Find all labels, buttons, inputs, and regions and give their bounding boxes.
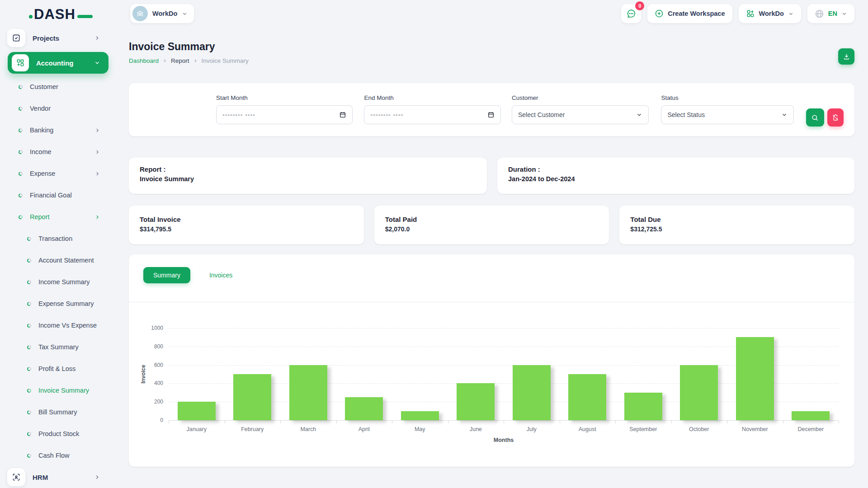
bullet-icon (18, 171, 24, 176)
reset-filter-button[interactable] (827, 108, 844, 127)
total-invoice-value: $314,795.5 (140, 225, 353, 233)
workspace-name: WorkDo (152, 10, 177, 17)
chevron-right-icon (94, 35, 100, 41)
chevron-down-icon (788, 11, 794, 17)
notifications-button[interactable]: 0 (621, 4, 641, 23)
workspace-selector[interactable]: WorkDo (130, 4, 194, 23)
sidebar-item-expense[interactable]: Expense (0, 163, 118, 184)
sidebar-item-customer[interactable]: Customer (0, 76, 118, 98)
search-icon (811, 114, 819, 122)
report-info-value: Invoice Summary (140, 175, 476, 183)
report-info-title: Report : (140, 165, 476, 173)
total-invoice-label: Total Invoice (140, 216, 353, 223)
duration-info-card: Duration : Jan-2024 to Dec-2024 (497, 158, 854, 194)
y-axis-tick: 800 (138, 343, 163, 350)
plus-circle-icon (655, 9, 664, 18)
building-icon (136, 9, 144, 18)
x-axis-tick: April (336, 426, 392, 432)
download-button[interactable] (838, 48, 854, 65)
chevron-down-icon (636, 112, 642, 118)
boundary-tick (783, 421, 783, 423)
start-month-input[interactable]: -------- ---- (216, 105, 353, 124)
breadcrumb-dashboard[interactable]: Dashboard (129, 57, 159, 64)
bar-february (233, 374, 271, 420)
sidebar-item-label: HRM (33, 474, 48, 481)
chevron-down-icon (781, 112, 788, 118)
download-icon (843, 53, 850, 61)
sidebar-item-product-stock[interactable]: Product Stock (0, 423, 118, 445)
breadcrumb-current: Invoice Summary (202, 57, 249, 64)
sidebar-item-income[interactable]: Income (0, 141, 118, 163)
sidebar-item-account-statement[interactable]: Account Statement (0, 249, 118, 271)
x-axis-tick: August (560, 426, 616, 432)
bar-april (345, 397, 383, 420)
sidebar-item-report[interactable]: Report (0, 206, 118, 228)
sidebar-item-transaction[interactable]: Transaction (0, 228, 118, 249)
clipboard-off-icon (832, 114, 839, 121)
sidebar-item-accounting[interactable]: Accounting (8, 52, 108, 74)
bullet-icon (27, 344, 32, 350)
bar-june (457, 383, 495, 420)
sidebar-item-label: Projects (33, 34, 59, 42)
dash-logo[interactable]: DASH (29, 6, 93, 23)
language-selector[interactable]: EN (807, 4, 854, 23)
logo-dash-icon (77, 15, 93, 18)
total-due-value: $312,725.5 (630, 225, 844, 233)
breadcrumb-report[interactable]: Report (171, 57, 189, 64)
sidebar-item-tax-summary[interactable]: Tax Summary (0, 336, 118, 358)
chat-bubble-icon (626, 9, 636, 19)
language-label: EN (828, 10, 837, 17)
total-due-card: Total Due $312,725.5 (619, 206, 854, 244)
status-label: Status (661, 94, 794, 101)
x-axis-tick: July (504, 426, 560, 432)
end-month-input[interactable]: -------- ---- (364, 105, 500, 124)
sidebar-item-cash-flow[interactable]: Cash Flow (0, 445, 118, 466)
search-button[interactable] (806, 108, 824, 127)
boundary-tick (504, 421, 504, 423)
total-paid-label: Total Paid (385, 216, 599, 223)
x-axis-tick: October (671, 426, 727, 432)
sidebar-item-vendor[interactable]: Vendor (0, 98, 118, 119)
sidebar-item-profit-loss[interactable]: Profit & Loss (0, 358, 118, 380)
workspace-menu-button[interactable]: WorkDo (739, 4, 801, 23)
chevron-right-icon (94, 149, 100, 155)
bar-march (289, 365, 327, 420)
sidebar-item-income-vs-expense[interactable]: Income Vs Expense (0, 314, 118, 336)
bullet-icon (27, 388, 32, 393)
sidebar-item-expense-summary[interactable]: Expense Summary (0, 293, 118, 314)
x-axis-title: Months (169, 437, 839, 443)
sidebar-item-income-summary[interactable]: Income Summary (0, 271, 118, 293)
total-paid-value: $2,070.0 (385, 225, 599, 233)
header-actions: 0 Create Workspace WorkDo EN (621, 4, 854, 23)
boundary-tick (671, 421, 672, 423)
end-month-label: End Month (364, 94, 500, 101)
boundary-tick (448, 421, 448, 423)
sidebar-item-projects[interactable]: Projects (0, 27, 118, 49)
status-select[interactable]: Select Status (661, 105, 794, 124)
workspace-menu-label: WorkDo (759, 10, 784, 17)
create-workspace-label: Create Workspace (668, 10, 725, 17)
page-title: Invoice Summary (129, 41, 854, 53)
duration-info-title: Duration : (508, 165, 844, 173)
boundary-tick (560, 421, 560, 423)
bullet-icon (27, 453, 32, 458)
start-month-label: Start Month (216, 94, 353, 101)
boundary-tick (169, 421, 169, 423)
bar-july (513, 365, 551, 420)
bullet-icon (27, 431, 32, 436)
sidebar-item-financial-goal[interactable]: Financial Goal (0, 184, 118, 206)
create-workspace-button[interactable]: Create Workspace (647, 4, 732, 23)
accounting-grid-icon (12, 54, 29, 71)
x-axis-tick: December (783, 426, 839, 432)
report-info-card: Report : Invoice Summary (129, 158, 487, 194)
bullet-icon (27, 279, 32, 285)
customer-select[interactable]: Select Customer (512, 105, 649, 124)
chevron-down-icon (182, 11, 188, 17)
sidebar-item-bill-summary[interactable]: Bill Summary (0, 401, 118, 423)
sidebar-item-banking[interactable]: Banking (0, 119, 118, 141)
sidebar-item-invoice-summary[interactable]: Invoice Summary (0, 380, 118, 401)
bar-january (178, 402, 216, 420)
sidebar-item-hrm[interactable]: HRM (0, 466, 118, 488)
total-due-label: Total Due (630, 216, 844, 223)
calendar-icon (339, 111, 346, 118)
